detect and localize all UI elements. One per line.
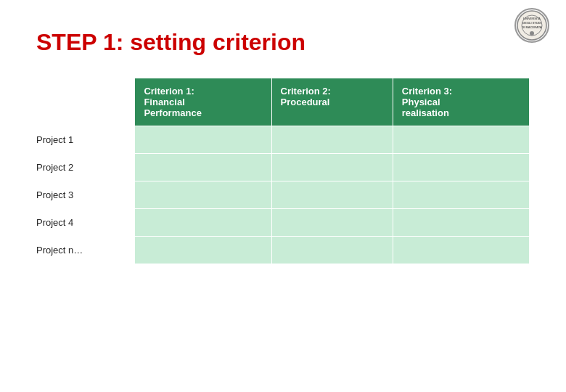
cell-r4-c2 — [393, 237, 529, 264]
table-header-empty — [36, 78, 135, 126]
svg-text:DI MACERATA: DI MACERATA — [522, 25, 542, 29]
svg-point-5 — [530, 31, 534, 36]
table-row: Project 1 — [36, 126, 530, 154]
cell-r4-c0 — [135, 237, 271, 264]
table-row: Project n… — [36, 237, 530, 264]
cell-r0-c1 — [271, 126, 393, 154]
cell-r4-c1 — [271, 237, 393, 264]
table-header-col1: Criterion 1:FinancialPerformance — [135, 78, 271, 126]
row-label-0: Project 1 — [36, 126, 135, 154]
cell-r3-c0 — [135, 209, 271, 237]
svg-text:UNIVERSITA: UNIVERSITA — [523, 17, 541, 20]
cell-r2-c0 — [135, 181, 271, 209]
cell-r1-c2 — [393, 154, 529, 181]
cell-r1-c0 — [135, 154, 271, 181]
page-container: UNIVERSITA DEGLI STUDI DI MACERATA STEP … — [0, 0, 566, 392]
cell-r3-c1 — [271, 209, 393, 237]
row-label-4: Project n… — [36, 237, 135, 264]
cell-r0-c0 — [135, 126, 271, 154]
criteria-table: Criterion 1:FinancialPerformance Criteri… — [36, 78, 530, 264]
cell-r1-c1 — [271, 154, 393, 181]
row-label-1: Project 2 — [36, 154, 135, 181]
table-row: Project 3 — [36, 181, 530, 209]
cell-r0-c2 — [393, 126, 529, 154]
page-title: STEP 1: setting criterion — [36, 29, 530, 56]
table-row: Project 2 — [36, 154, 530, 181]
svg-text:DEGLI STUDI: DEGLI STUDI — [522, 21, 541, 25]
row-label-2: Project 3 — [36, 181, 135, 209]
row-label-3: Project 4 — [36, 209, 135, 237]
university-logo: UNIVERSITA DEGLI STUDI DI MACERATA — [514, 8, 549, 43]
cell-r2-c2 — [393, 181, 529, 209]
table-header-col3: Criterion 3:Physicalrealisation — [393, 78, 529, 126]
cell-r3-c2 — [393, 209, 529, 237]
table-header-col2: Criterion 2:Procedural — [271, 78, 393, 126]
table-row: Project 4 — [36, 209, 530, 237]
logo-area: UNIVERSITA DEGLI STUDI DI MACERATA — [506, 7, 557, 44]
cell-r2-c1 — [271, 181, 393, 209]
